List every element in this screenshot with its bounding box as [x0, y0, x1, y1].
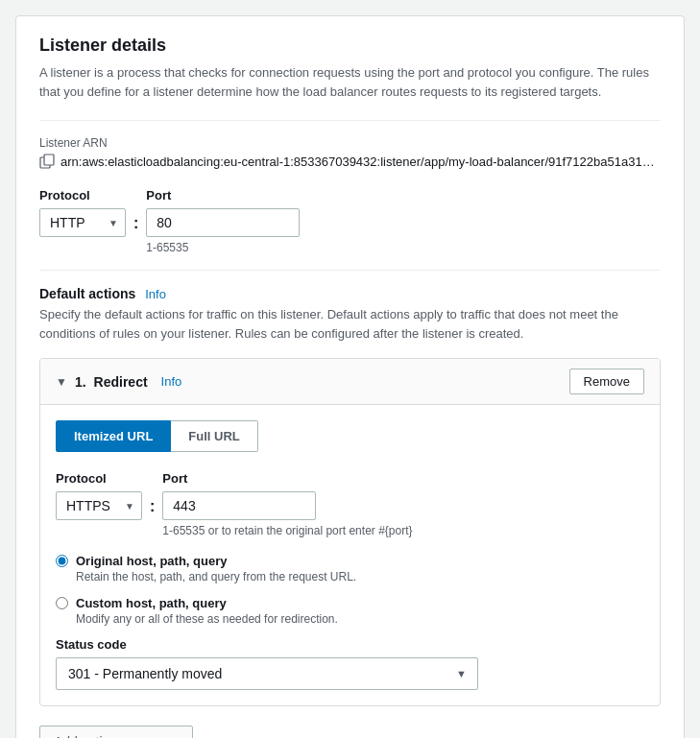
redirect-port-hint: 1-65535 or to retain the original port e…	[162, 524, 412, 537]
status-code-section: Status code 301 - Permanently moved 302 …	[56, 637, 644, 690]
port-input[interactable]	[146, 208, 300, 237]
url-type-tabs: Itemized URL Full URL	[56, 420, 644, 452]
copy-icon[interactable]	[39, 154, 55, 169]
card-description: A listener is a process that checks for …	[39, 63, 661, 101]
protocol-select-wrapper[interactable]: HTTP HTTPS	[39, 208, 126, 237]
colon-separator: :	[133, 215, 138, 232]
arn-row: arn:aws:elasticloadbalancing:eu-central-…	[39, 154, 661, 169]
redirect-protocol-field: Protocol HTTP HTTPS	[56, 471, 142, 520]
port-field: Port 1-65535	[146, 188, 300, 254]
port-hint: 1-65535	[146, 241, 300, 254]
protocol-label: Protocol	[39, 188, 126, 202]
radio-custom-label[interactable]: Custom host, path, query	[76, 596, 227, 610]
redirect-port-label: Port	[162, 471, 412, 486]
default-actions-section: Default actions Info Specify the default…	[39, 286, 661, 343]
redirect-panel: ▼ 1. Redirect Info Remove Itemized URL F…	[39, 358, 661, 706]
radio-custom: Custom host, path, query Modify any or a…	[56, 595, 644, 626]
status-code-select-wrapper[interactable]: 301 - Permanently moved 302 - Found	[56, 657, 478, 690]
redirect-number: 1.	[75, 374, 86, 390]
redirect-protocol-port-row: Protocol HTTP HTTPS : Port 1-65535 or to…	[56, 471, 644, 537]
radio-original-desc: Retain the host, path, and query from th…	[76, 570, 356, 583]
redirect-header-left: ▼ 1. Redirect Info	[56, 374, 181, 390]
collapse-icon[interactable]: ▼	[56, 375, 67, 389]
radio-custom-text: Custom host, path, query Modify any or a…	[76, 595, 338, 626]
radio-original-input[interactable]	[56, 555, 68, 567]
redirect-colon-separator: :	[150, 498, 155, 515]
tab-itemized-url[interactable]: Itemized URL	[56, 420, 171, 452]
redirect-protocol-label: Protocol	[56, 471, 142, 486]
protocol-field: Protocol HTTP HTTPS	[39, 188, 126, 237]
default-actions-info-link[interactable]: Info	[145, 287, 166, 301]
host-path-query-radio-group: Original host, path, query Retain the ho…	[56, 553, 644, 626]
redirect-port-input[interactable]	[162, 491, 316, 520]
add-action-button[interactable]: Add action ▼	[39, 726, 193, 738]
radio-original-text: Original host, path, query Retain the ho…	[76, 553, 356, 583]
divider-2	[39, 270, 661, 271]
radio-original: Original host, path, query Retain the ho…	[56, 553, 644, 583]
listener-details-card: Listener details A listener is a process…	[15, 15, 685, 738]
redirect-body: Itemized URL Full URL Protocol HTTP HTTP…	[40, 405, 660, 705]
divider-1	[39, 120, 661, 121]
port-label: Port	[146, 188, 300, 202]
redirect-header: ▼ 1. Redirect Info Remove	[40, 359, 660, 405]
redirect-label: Redirect	[94, 374, 148, 390]
redirect-info-link[interactable]: Info	[161, 374, 182, 389]
redirect-protocol-select-wrapper[interactable]: HTTP HTTPS	[56, 491, 142, 520]
add-action-label: Add action	[54, 734, 117, 738]
status-code-select[interactable]: 301 - Permanently moved 302 - Found	[56, 657, 478, 690]
redirect-protocol-select[interactable]: HTTP HTTPS	[56, 491, 142, 520]
page-title: Listener details	[39, 36, 661, 56]
arn-value: arn:aws:elasticloadbalancing:eu-central-…	[60, 155, 661, 169]
radio-custom-input[interactable]	[56, 597, 68, 609]
tab-full-url[interactable]: Full URL	[171, 420, 257, 452]
default-actions-label: Default actions	[39, 286, 135, 301]
protocol-port-row: Protocol HTTP HTTPS : Port 1-65535	[39, 188, 661, 254]
svg-rect-1	[44, 155, 54, 165]
protocol-select[interactable]: HTTP HTTPS	[39, 208, 126, 237]
add-action-row: Add action ▼	[39, 726, 661, 738]
listener-arn-label: Listener ARN	[39, 136, 661, 150]
status-code-label: Status code	[56, 637, 644, 652]
default-actions-desc: Specify the default actions for traffic …	[39, 305, 661, 343]
radio-original-label[interactable]: Original host, path, query	[76, 554, 227, 568]
radio-custom-desc: Modify any or all of these as needed for…	[76, 612, 338, 626]
redirect-port-field: Port 1-65535 or to retain the original p…	[162, 471, 412, 537]
remove-button[interactable]: Remove	[569, 369, 644, 394]
